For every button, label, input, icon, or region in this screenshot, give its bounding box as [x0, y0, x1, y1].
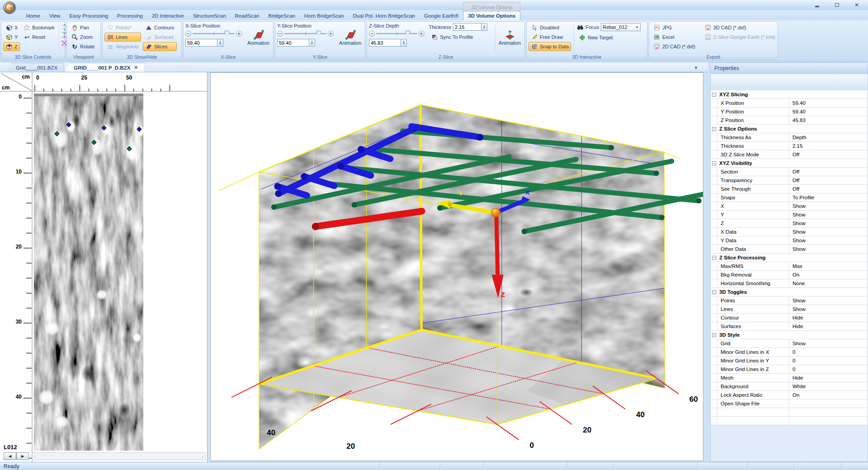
scroll-left-icon[interactable]: ‹: [34, 454, 36, 459]
x-slice-animation-button[interactable]: Animation: [245, 23, 271, 52]
property-value[interactable]: To Profile: [789, 195, 868, 200]
property-value[interactable]: On: [789, 272, 868, 277]
collapse-icon[interactable]: −: [712, 256, 716, 260]
property-value[interactable]: Off: [789, 169, 868, 174]
property-value[interactable]: Show: [789, 246, 868, 252]
ribbon-tab-dual-pol-horn-bridgescan[interactable]: Dual Pol. Horn BridgeScan: [349, 12, 420, 20]
z-slice-spinner[interactable]: ▲▼: [401, 39, 407, 47]
property-value[interactable]: Show: [789, 306, 868, 312]
property-value[interactable]: Off: [789, 178, 868, 183]
x-slice-plus-button[interactable]: +: [236, 31, 242, 37]
new-target-button[interactable]: New Target: [576, 33, 641, 42]
x-slice-minus-button[interactable]: −: [185, 31, 191, 37]
collapse-icon[interactable]: −: [712, 161, 716, 165]
property-value[interactable]: Hide: [789, 375, 868, 381]
slices-toggle[interactable]: Slices: [143, 42, 177, 51]
viewer-3d[interactable]: 02040602040 Y X Z: [210, 72, 703, 461]
app-logo-icon[interactable]: [3, 1, 16, 14]
ribbon-tab-bridgescan[interactable]: BridgeScan: [264, 12, 300, 20]
property-group-header[interactable]: −Z Slice Processing: [711, 254, 868, 262]
thickness-input[interactable]: [453, 23, 481, 31]
zoom-button[interactable]: Zoom: [69, 33, 99, 42]
disabled-mode-button[interactable]: Disabled: [528, 23, 571, 32]
bookmark-button[interactable]: Bookmark: [21, 23, 57, 32]
property-group-header[interactable]: −3D Style: [711, 331, 868, 339]
z-slice-toggle[interactable]: Z: [3, 42, 20, 51]
snap-to-data-button[interactable]: Snap to Data: [528, 42, 571, 51]
x-slice-spinner[interactable]: ▲▼: [217, 39, 223, 47]
sync-to-profile-button[interactable]: Sync To Profile: [429, 33, 494, 42]
z-slice-slider-thumb[interactable]: [406, 31, 410, 37]
gpr-profile-image[interactable]: [34, 94, 143, 451]
collapse-icon[interactable]: −: [712, 333, 716, 337]
property-value[interactable]: 0: [789, 358, 868, 363]
export-jpg-button[interactable]: JPG: [651, 23, 698, 32]
profile-h-scrollbar[interactable]: ‹ ›: [32, 452, 206, 460]
property-value[interactable]: Off: [789, 152, 868, 157]
lines-toggle[interactable]: Lines: [104, 33, 141, 42]
y-slice-minus-button[interactable]: −: [277, 31, 283, 37]
x-slice-slider-thumb[interactable]: [225, 31, 229, 37]
focus-target-combobox[interactable]: Rebar_012 ▼: [601, 23, 641, 31]
y-slice-value-input[interactable]: [277, 39, 309, 47]
property-value[interactable]: On: [789, 392, 868, 398]
property-value[interactable]: 45.83: [789, 118, 868, 123]
doc-tab-grid001-pd[interactable]: GRID____001 P_D.BZX ✕: [64, 63, 145, 72]
collapse-icon[interactable]: −: [712, 93, 716, 97]
surfaces-toggle[interactable]: Surfaces: [143, 33, 177, 42]
ribbon-tab-processing[interactable]: Processing: [113, 12, 147, 20]
ribbon-tab-easy-processing[interactable]: Easy Processing: [65, 12, 113, 20]
ribbon-tab-google-earth-[interactable]: Google Earth®: [420, 12, 463, 20]
ribbon-tab-roadscan[interactable]: RoadScan: [231, 12, 264, 20]
collapse-icon[interactable]: −: [712, 290, 716, 294]
points-toggle[interactable]: Points*: [104, 23, 141, 32]
y-slice-spinner[interactable]: ▲▼: [309, 39, 315, 47]
property-value[interactable]: 0: [789, 349, 868, 355]
z-slice-minus-button[interactable]: −: [369, 31, 375, 37]
doc-tab-grid001[interactable]: Grid____001.BZX: [6, 63, 64, 72]
property-value[interactable]: Hide: [789, 315, 868, 320]
property-value[interactable]: Max: [789, 263, 868, 269]
collapse-icon[interactable]: −: [712, 127, 716, 131]
doc-tab-close-icon[interactable]: ✕: [134, 65, 138, 70]
property-value[interactable]: Off: [789, 186, 868, 192]
reset-button[interactable]: ↩ Reset: [21, 33, 57, 42]
ribbon-tab-view[interactable]: View: [45, 12, 65, 20]
prev-line-button[interactable]: ◀: [4, 452, 16, 460]
property-value[interactable]: 59.40: [789, 109, 868, 114]
minimize-button[interactable]: [812, 1, 822, 8]
property-value[interactable]: Show: [789, 298, 868, 303]
ribbon-tab-home[interactable]: Home: [22, 12, 45, 20]
doc-tab-list-dropdown-icon[interactable]: ▼: [694, 66, 698, 70]
export-3d-cad-button[interactable]: dxf 3D CAD (*.dxf): [702, 23, 778, 32]
property-value[interactable]: 0: [789, 367, 868, 372]
waypoints-toggle[interactable]: Waypoints: [104, 42, 141, 51]
property-value[interactable]: Show: [789, 229, 868, 235]
property-group-header[interactable]: −3D Toggles: [711, 288, 868, 296]
property-value[interactable]: Show: [789, 341, 868, 346]
export-kml-button[interactable]: kml Z-Slice Google Earth (*.kml): [702, 33, 778, 42]
ribbon-tab-horn-bridgescan[interactable]: Horn BridgeScan: [300, 12, 349, 20]
y-slice-toggle[interactable]: Y: [3, 33, 20, 42]
property-value[interactable]: 59.40: [789, 100, 868, 106]
free-draw-button[interactable]: Free Draw: [528, 33, 571, 42]
pan-button[interactable]: Pan: [69, 23, 99, 32]
restore-button[interactable]: [832, 1, 842, 8]
next-line-button[interactable]: ▶: [16, 452, 29, 460]
thickness-spinner[interactable]: ▲▼: [481, 23, 487, 31]
property-value[interactable]: White: [789, 384, 868, 389]
z-slice-animation-button[interactable]: Animation: [497, 23, 523, 52]
property-group-header[interactable]: −Z Slice Options: [711, 125, 868, 133]
ribbon-tab-3d-volume-options[interactable]: 3D Volume Options3D Volume Options: [463, 11, 520, 20]
y-slice-plus-button[interactable]: +: [328, 31, 334, 37]
property-group-header[interactable]: −XYZ Slicing: [711, 90, 868, 99]
property-value[interactable]: None: [789, 281, 868, 286]
z-slice-slider[interactable]: [376, 33, 417, 34]
x-slice-slider[interactable]: [193, 33, 235, 34]
property-group-header[interactable]: −XYZ Visibility: [711, 159, 868, 168]
property-value[interactable]: Hide: [789, 324, 868, 329]
ribbon-tab-2d-interactive[interactable]: 2D Interactive: [147, 12, 189, 20]
gizmo-origin-ball[interactable]: [491, 208, 500, 217]
x-slice-value-input[interactable]: [185, 39, 217, 47]
ribbon-tab-structurescan[interactable]: StructureScan: [189, 12, 231, 20]
